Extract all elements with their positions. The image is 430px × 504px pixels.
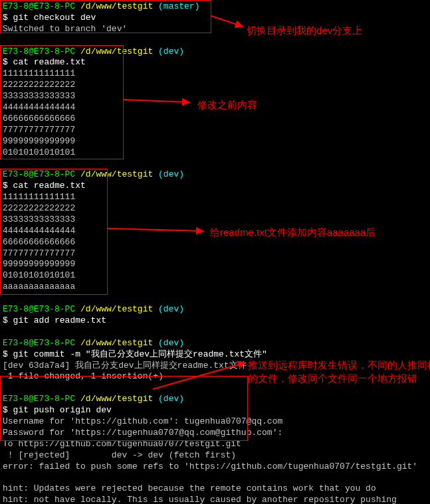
annotation-text: 给readme.txt文件添加内容aaaaaaa后 (210, 226, 376, 239)
output-line: To https://github.com/tugenhua0707/testg… (3, 439, 427, 450)
command-line: $ git add readme.txt (3, 315, 427, 327)
command-line: $ cat readme.txt (3, 57, 427, 68)
output-line: 22222222222222 (3, 80, 427, 91)
output-line: 11111111111111 (3, 192, 427, 203)
output-line: aaaaaaaaaaaaaa (3, 282, 427, 293)
prompt-line: E73-8@E73-8-PC /d/www/testgit (dev) (3, 338, 427, 349)
output-line: 77777777777777 (3, 125, 427, 136)
annotation-text: 修改之前内容 (197, 98, 257, 112)
output-line: 66666666666666 (3, 114, 427, 125)
hint-line: hint: Updates were rejected because the … (3, 483, 427, 495)
output-line: 22222222222222 (3, 203, 427, 214)
prompt-line: E73-8@E73-8-PC /d/www/testgit (dev) (3, 169, 427, 181)
output-line: 11111111111111 (3, 68, 427, 80)
terminal-window[interactable]: E73-8@E73-8-PC /d/www/testgit (master) $… (0, 0, 430, 504)
prompt-line: E73-8@E73-8-PC /d/www/testgit (master) (3, 1, 427, 13)
output-line: Password for 'https://tugenhua0707@qq.co… (3, 428, 427, 439)
output-line: 99999999999999 (3, 259, 427, 270)
output-line: Username for 'https://github.com': tugen… (3, 416, 427, 428)
output-line: 33333333333333 (3, 214, 427, 226)
prompt-line: E73-8@E73-8-PC /d/www/testgit (dev) (3, 304, 427, 315)
hint-line: hint: not have locally. This is usually … (3, 495, 427, 504)
output-line: 01010101010101 (3, 270, 427, 282)
command-line: $ git checkout dev (3, 13, 427, 24)
output-line: Switched to branch 'dev' (3, 24, 427, 35)
prompt-line: E73-8@E73-8-PC /d/www/testgit (dev) (3, 46, 427, 58)
annotation-text: 推送到远程库时发生错误，不同的人推同样 的文件，修改同个文件同一个地方报错 (248, 359, 430, 384)
output-line: ! [rejected] dev -> dev (fetch first) (3, 450, 427, 462)
command-line: $ git push origin dev (3, 405, 427, 416)
output-line: 99999999999999 (3, 136, 427, 147)
output-line: error: failed to push some refs to 'http… (3, 462, 427, 473)
prompt-line: E73-8@E73-8-PC /d/www/testgit (dev) (3, 394, 427, 405)
annotation-text: 切换目录到我的dev分支上 (247, 24, 362, 37)
output-line: 01010101010101 (3, 147, 427, 159)
output-line: 77777777777777 (3, 248, 427, 260)
command-line: $ cat readme.txt (3, 181, 427, 192)
